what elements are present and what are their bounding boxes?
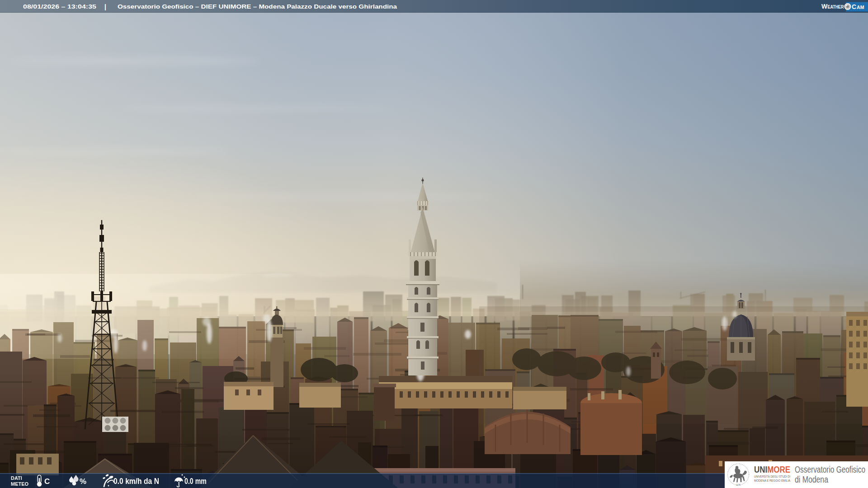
svg-text:|: |: [104, 3, 106, 10]
svg-text:C: C: [44, 477, 50, 486]
svg-text:di Modena: di Modena: [795, 474, 829, 484]
svg-text:UNIVERSITÀ DEGLI STUDI DI: UNIVERSITÀ DEGLI STUDI DI: [754, 474, 790, 479]
svg-text:METEO: METEO: [11, 481, 29, 487]
svg-text:EATHER: EATHER: [828, 4, 844, 9]
svg-text:DATI: DATI: [11, 475, 22, 481]
svg-text:%: %: [80, 477, 86, 486]
svg-text:1175: 1175: [736, 484, 741, 486]
svg-text:Osservatorio Geofisico: Osservatorio Geofisico: [795, 465, 865, 474]
svg-text:0.0 km/h da N: 0.0 km/h da N: [113, 477, 159, 486]
svg-text:0.0 mm: 0.0 mm: [184, 477, 207, 486]
svg-text:W: W: [821, 3, 828, 10]
svg-text:C: C: [852, 3, 856, 10]
svg-text:UNIMORE: UNIMORE: [754, 465, 790, 474]
svg-text:08/01/2026 – 13:04:35: 08/01/2026 – 13:04:35: [23, 3, 97, 10]
svg-text:AM: AM: [857, 5, 864, 10]
svg-text:MODENA E REGGIO EMILIA: MODENA E REGGIO EMILIA: [754, 479, 790, 483]
svg-text:Osservatorio Geofisico – DIEF: Osservatorio Geofisico – DIEF UNIMORE – …: [118, 3, 397, 10]
